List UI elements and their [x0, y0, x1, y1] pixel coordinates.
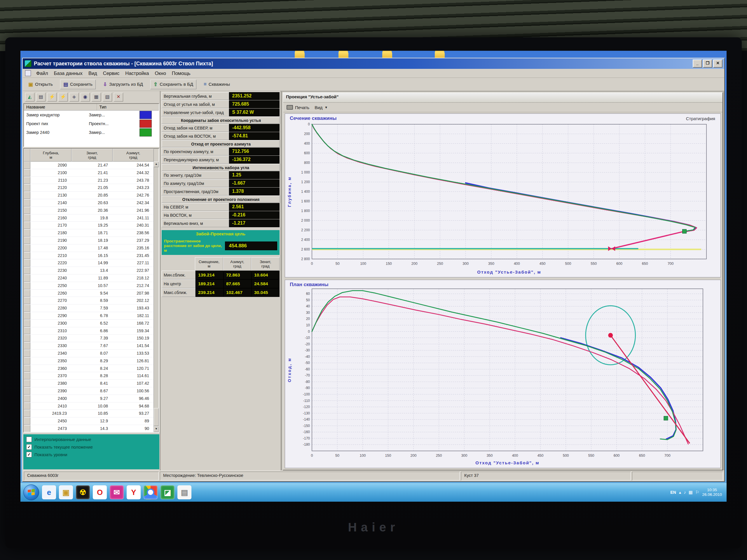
svg-text:300: 300 — [461, 454, 467, 458]
value-display: 1.25 — [229, 171, 280, 179]
table-row[interactable]: 2473 14.3 90 — [24, 425, 154, 432]
table-row[interactable]: 2270 8.59 202.12 — [24, 297, 154, 304]
Замер кондуктор[interactable]: Замер кондуктор Замер... — [24, 110, 159, 119]
photo-viewer-icon[interactable]: ◪ — [160, 485, 175, 499]
table-row[interactable]: 2320 7.39 150.19 — [24, 335, 154, 342]
scroll-down-arrow[interactable]: ▼ — [154, 426, 159, 432]
save-button[interactable]: ▤Сохранить — [60, 80, 96, 89]
table-row[interactable]: 2450 12.9 89 — [24, 417, 154, 425]
restore-button[interactable]: ❐ — [703, 59, 712, 68]
view-dropdown[interactable]: Вид ▼ — [314, 105, 328, 110]
save-db-button[interactable]: ⇧Сохранить в БД — [150, 80, 197, 89]
start-button[interactable] — [23, 484, 39, 500]
table-row[interactable]: 2410 10.08 94.68 — [24, 402, 154, 410]
svg-text:30: 30 — [306, 311, 310, 315]
export-icon[interactable]: ▧ — [103, 93, 112, 102]
table-row[interactable]: 2200 17.48 235.16 — [24, 244, 154, 252]
new-curve-icon[interactable]: ◭ — [25, 93, 34, 102]
delete-icon[interactable]: ✕ — [114, 93, 123, 102]
table-row[interactable]: 2330 7.67 141.54 — [24, 342, 154, 350]
table-row[interactable]: 2190 18.19 237.29 — [24, 237, 154, 244]
chrome-icon[interactable] — [144, 485, 158, 499]
calc-icon[interactable]: ⚡ — [47, 93, 57, 102]
table-row[interactable]: 2240 11.89 218.12 — [24, 274, 154, 282]
menu-item[interactable]: Окно — [152, 70, 169, 77]
table-row[interactable]: 2250 10.57 212.74 — [24, 282, 154, 290]
table-row[interactable]: 2400 9.27 96.46 — [24, 395, 154, 402]
table-row[interactable]: 2090 21.47 244.54 — [24, 162, 154, 169]
load-db-button[interactable]: ⇩Загрузить из БД — [100, 80, 146, 89]
checkbox-icon[interactable] — [26, 437, 32, 442]
tray-expand-icon[interactable]: ▴ — [679, 490, 681, 495]
menu-item[interactable]: Настройка — [122, 70, 152, 77]
menu-item[interactable]: Сервис — [100, 70, 123, 77]
ie-icon[interactable]: e — [42, 485, 56, 499]
droplet-icon[interactable]: ◉ — [80, 93, 90, 102]
folder-window-icon[interactable]: ▣ — [59, 485, 73, 499]
radiation-app-icon[interactable]: ☢ — [76, 485, 90, 499]
table-row[interactable]: 2290 6.78 182.11 — [24, 312, 154, 320]
table-row[interactable]: 2350 8.29 126.81 — [24, 357, 154, 365]
clock[interactable]: 10:35 26.06.2010 — [702, 488, 724, 497]
menu-item[interactable]: База данных — [51, 70, 85, 77]
table-row[interactable]: 2110 21.23 243.78 — [24, 177, 154, 184]
svg-text:0: 0 — [311, 454, 313, 458]
table-row[interactable]: 2380 8.41 107.42 — [24, 380, 154, 387]
checkbox-icon[interactable] — [26, 444, 32, 450]
opera-icon[interactable]: O — [93, 485, 107, 499]
value-row: Отход забоя на ВОСТОК, м -574.81 — [162, 132, 280, 140]
survey-scrollbar[interactable]: ▲ ▼ — [153, 162, 159, 432]
option-checkbox-row[interactable]: Показать текущее положение — [26, 444, 156, 450]
option-checkbox-row[interactable]: Показать уровни — [26, 452, 156, 457]
table-row[interactable]: 2300 6.52 168.72 — [24, 320, 154, 327]
open-button[interactable]: ▣Открыть — [25, 80, 56, 89]
recalc-icon[interactable]: ⚡ — [58, 93, 68, 102]
table-row[interactable]: 2370 8.28 114.61 — [24, 372, 154, 380]
print-button[interactable]: Печать — [287, 105, 309, 110]
volume-icon[interactable]: ♪ — [684, 490, 686, 495]
minimize-button[interactable]: _ — [693, 59, 702, 68]
menu-item[interactable]: Файл — [33, 70, 51, 77]
table-row[interactable]: 2140 20.63 242.34 — [24, 199, 154, 207]
table-row[interactable]: 2280 7.59 193.43 — [24, 304, 154, 312]
table-row[interactable]: 2100 21.41 244.32 — [24, 169, 154, 177]
target-distance-value: 454.886 — [225, 241, 277, 250]
diamond-icon[interactable]: ◈ — [70, 93, 79, 102]
menu-item[interactable]: Помощь — [169, 70, 194, 77]
table-row[interactable]: 2160 19.8 241.11 — [24, 214, 154, 222]
wells-button[interactable]: ≡Скважины — [201, 80, 233, 89]
action-center-icon[interactable]: ⚐ — [695, 490, 699, 495]
option-checkbox-row[interactable]: Интерполированные данные — [26, 437, 156, 442]
svg-text:-160: -160 — [303, 430, 310, 434]
copy-icon[interactable]: ▤ — [36, 93, 46, 102]
clipboard-icon[interactable]: ▤ — [177, 485, 191, 499]
table-row[interactable]: 2230 13.4 222.97 — [24, 267, 154, 274]
table-row[interactable]: 2130 20.85 242.76 — [24, 192, 154, 199]
table-row[interactable]: 2170 19.25 240.31 — [24, 222, 154, 229]
table-row[interactable]: 2340 8.07 133.53 — [24, 350, 154, 357]
table-row[interactable]: 2120 21.05 243.23 — [24, 184, 154, 192]
Замер 2440[interactable]: Замер 2440 Замер... — [24, 128, 159, 137]
table-row[interactable]: 2150 20.36 241.96 — [24, 207, 154, 214]
table-row[interactable]: 2260 9.54 207.98 — [24, 290, 154, 297]
language-indicator[interactable]: EN — [670, 490, 676, 495]
table-row[interactable]: 2419.23 10.85 93.27 — [24, 410, 154, 417]
table-row[interactable]: 2390 8.67 100.56 — [24, 387, 154, 395]
table-row[interactable]: 2220 14.99 227.11 — [24, 259, 154, 267]
menu-item[interactable]: Вид — [85, 70, 100, 77]
table-row[interactable]: 2210 16.15 231.45 — [24, 252, 154, 260]
scroll-thumb[interactable] — [154, 408, 159, 426]
close-button[interactable]: ✕ — [713, 59, 722, 68]
svg-text:400: 400 — [514, 262, 520, 266]
mail-icon[interactable]: ✉ — [110, 485, 124, 499]
Проект пих[interactable]: Проект пих Проектн... — [24, 119, 159, 128]
scroll-up-arrow[interactable]: ▲ — [154, 162, 159, 167]
table-row[interactable]: 2180 18.71 238.56 — [24, 229, 154, 237]
target-section-header: Забой-Проектная цель — [162, 230, 280, 237]
sheet-icon[interactable]: ▦ — [92, 93, 101, 102]
yandex-icon[interactable]: Y — [127, 485, 140, 499]
checkbox-icon[interactable] — [26, 452, 32, 457]
table-row[interactable]: 2310 6.86 159.34 — [24, 327, 154, 335]
table-row[interactable]: 2360 8.24 120.71 — [24, 365, 154, 372]
network-icon[interactable]: ▦ — [689, 490, 693, 495]
